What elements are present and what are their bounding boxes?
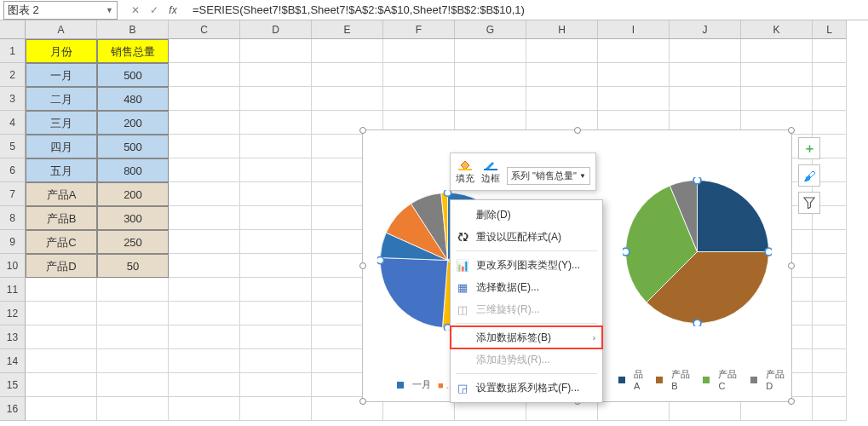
cell[interactable] <box>526 87 598 111</box>
ctx-add-data-labels[interactable]: 添加数据标签(B)› <box>451 326 602 348</box>
ctx-delete[interactable]: 删除(D) <box>451 204 602 226</box>
cell[interactable] <box>813 349 847 373</box>
cell[interactable] <box>383 87 455 111</box>
cell[interactable] <box>240 111 312 135</box>
cell[interactable] <box>169 373 240 397</box>
col-header[interactable]: H <box>526 20 598 39</box>
cell[interactable] <box>169 111 240 135</box>
cell[interactable] <box>598 87 670 111</box>
cell[interactable] <box>240 254 312 278</box>
cell[interactable] <box>240 63 312 87</box>
cell[interactable] <box>26 278 97 302</box>
cell[interactable] <box>240 158 312 182</box>
row-header[interactable]: 4 <box>0 111 26 135</box>
cell[interactable] <box>240 373 312 397</box>
cell[interactable]: 产品D <box>26 254 97 278</box>
row-header[interactable]: 9 <box>0 230 26 254</box>
cell[interactable] <box>312 87 383 111</box>
cell[interactable] <box>240 325 312 349</box>
row-header[interactable]: 15 <box>0 373 26 397</box>
cell[interactable]: 200 <box>97 182 169 206</box>
cell[interactable]: 500 <box>97 63 169 87</box>
cell[interactable] <box>169 63 240 87</box>
cell[interactable] <box>813 230 847 254</box>
resize-handle[interactable] <box>788 127 795 134</box>
cell[interactable] <box>240 206 312 230</box>
formula-input[interactable]: =SERIES(Sheet7!$B$1,Sheet7!$A$2:$A$10,Sh… <box>187 1 868 20</box>
resize-handle[interactable] <box>788 398 795 405</box>
cell[interactable] <box>312 63 383 87</box>
cell[interactable] <box>169 87 240 111</box>
cell[interactable]: 200 <box>97 111 169 135</box>
cell[interactable] <box>169 182 240 206</box>
cell[interactable] <box>240 302 312 325</box>
row-header[interactable]: 14 <box>0 349 26 373</box>
cell[interactable] <box>240 278 312 302</box>
row-header[interactable]: 11 <box>0 278 26 302</box>
fill-button[interactable]: 填充 <box>456 158 474 185</box>
cell[interactable] <box>312 39 383 63</box>
chart-plus-button[interactable]: ＋ <box>798 137 820 159</box>
cell[interactable]: 300 <box>97 206 169 230</box>
selection-handle[interactable] <box>693 177 701 184</box>
cell[interactable] <box>169 397 240 421</box>
row-header[interactable]: 1 <box>0 39 26 63</box>
col-header[interactable]: F <box>383 20 455 39</box>
cell[interactable] <box>455 87 526 111</box>
cell[interactable] <box>813 325 847 349</box>
selection-handle[interactable] <box>765 248 772 256</box>
resize-handle[interactable] <box>359 398 366 405</box>
chart-filter-button[interactable] <box>798 192 820 214</box>
cell[interactable] <box>26 325 97 349</box>
row-header[interactable]: 16 <box>0 397 26 421</box>
cell[interactable] <box>670 39 741 63</box>
cell[interactable] <box>598 39 670 63</box>
cell[interactable] <box>813 39 847 63</box>
name-box[interactable]: 图表 2 ▼ <box>3 1 118 20</box>
cell[interactable] <box>813 63 847 87</box>
ctx-format-series[interactable]: ◲设置数据系列格式(F)... <box>451 377 602 399</box>
cell[interactable] <box>455 39 526 63</box>
cell[interactable] <box>169 325 240 349</box>
row-header[interactable]: 13 <box>0 325 26 349</box>
cell[interactable] <box>813 87 847 111</box>
resize-handle[interactable] <box>359 127 366 134</box>
cell[interactable] <box>813 302 847 325</box>
resize-handle[interactable] <box>359 262 366 269</box>
fx-icon[interactable]: fx <box>165 4 181 16</box>
cell[interactable]: 二月 <box>26 87 97 111</box>
cell[interactable]: 四月 <box>26 135 97 158</box>
cell[interactable] <box>455 63 526 87</box>
cell[interactable]: 销售总量 <box>97 39 169 63</box>
cell[interactable] <box>169 39 240 63</box>
selection-handle[interactable] <box>693 320 701 326</box>
cell[interactable] <box>813 254 847 278</box>
cell[interactable] <box>97 325 169 349</box>
cell[interactable] <box>169 254 240 278</box>
series-dropdown[interactable]: 系列 "销售总量" ▼ <box>507 167 590 185</box>
cell[interactable] <box>598 63 670 87</box>
cell[interactable] <box>813 111 847 135</box>
pie-slice[interactable] <box>698 181 769 252</box>
cell[interactable] <box>169 302 240 325</box>
cancel-formula-icon[interactable]: ✕ <box>128 4 143 16</box>
col-header[interactable]: A <box>26 20 97 39</box>
accept-formula-icon[interactable]: ✓ <box>147 4 162 16</box>
ctx-reset[interactable]: 🗘重设以匹配样式(A) <box>451 226 602 248</box>
pie-slice[interactable] <box>380 257 447 327</box>
cell[interactable]: 一月 <box>26 63 97 87</box>
row-header[interactable]: 5 <box>0 135 26 158</box>
col-header[interactable]: L <box>813 20 847 39</box>
cell[interactable] <box>240 87 312 111</box>
row-header[interactable]: 12 <box>0 302 26 325</box>
cell[interactable] <box>26 349 97 373</box>
cell[interactable]: 产品B <box>26 206 97 230</box>
cell[interactable]: 产品C <box>26 230 97 254</box>
row-header[interactable]: 10 <box>0 254 26 278</box>
cell[interactable] <box>169 135 240 158</box>
cell[interactable] <box>670 63 741 87</box>
selection-handle[interactable] <box>444 190 451 196</box>
cell[interactable] <box>526 63 598 87</box>
cell[interactable] <box>240 397 312 421</box>
cell[interactable] <box>169 230 240 254</box>
